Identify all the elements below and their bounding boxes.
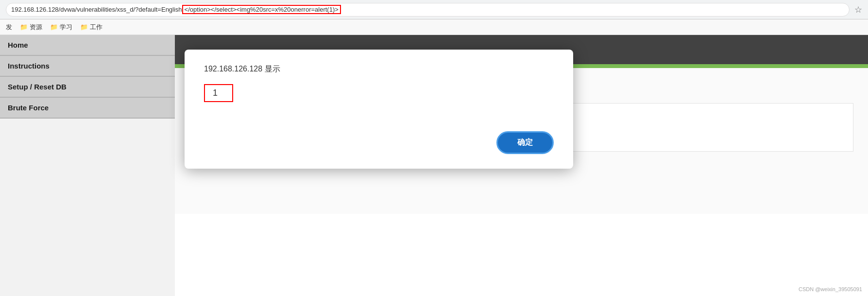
sidebar-item-instructions[interactable]: Instructions <box>0 56 175 77</box>
bookmark-fa-label: 发 <box>6 23 12 32</box>
bookmark-work-label: 工作 <box>90 23 102 32</box>
sidebar-item-setup[interactable]: Setup / Reset DB <box>0 77 175 98</box>
bookmark-learning-label: 学习 <box>60 23 72 32</box>
address-bar: 192.168.126.128/dvwa/vulnerabilities/xss… <box>0 0 868 19</box>
main-area: Home Instructions Setup / Reset DB Brute… <box>0 35 868 296</box>
url-highlighted-part: </option></select><img%20src=x%20onerror… <box>182 5 341 14</box>
bookmark-star-icon[interactable]: ☆ <box>854 4 862 15</box>
bookmark-fa[interactable]: 发 <box>6 23 12 32</box>
folder-icon-resources: 📁 <box>20 23 28 31</box>
sidebar-item-bruteforce[interactable]: Brute Force <box>0 98 175 119</box>
dialog-value-box: 1 <box>204 84 233 102</box>
folder-icon-learning: 📁 <box>50 23 58 31</box>
dialog-title: 192.168.126.128 显示 <box>204 64 554 74</box>
alert-dialog: 192.168.126.128 显示 1 确定 <box>185 50 573 169</box>
bookmark-learning[interactable]: 📁 学习 <box>50 23 72 32</box>
dialog-ok-button[interactable]: 确定 <box>496 131 554 154</box>
url-container[interactable]: 192.168.126.128/dvwa/vulnerabilities/xss… <box>6 3 850 17</box>
bookmarks-bar: 发 📁 资源 📁 学习 📁 工作 <box>0 19 868 35</box>
bookmark-resources-label: 资源 <box>30 23 42 32</box>
sidebar-item-home[interactable]: Home <box>0 35 175 56</box>
watermark: CSDN @weixin_39505091 <box>799 286 862 292</box>
bookmark-resources[interactable]: 📁 资源 <box>20 23 42 32</box>
sidebar: Home Instructions Setup / Reset DB Brute… <box>0 35 175 296</box>
folder-icon-work: 📁 <box>80 23 88 31</box>
dialog-footer: 确定 <box>204 131 554 154</box>
url-normal-part: 192.168.126.128/dvwa/vulnerabilities/xss… <box>11 6 182 13</box>
bookmark-work[interactable]: 📁 工作 <box>80 23 102 32</box>
